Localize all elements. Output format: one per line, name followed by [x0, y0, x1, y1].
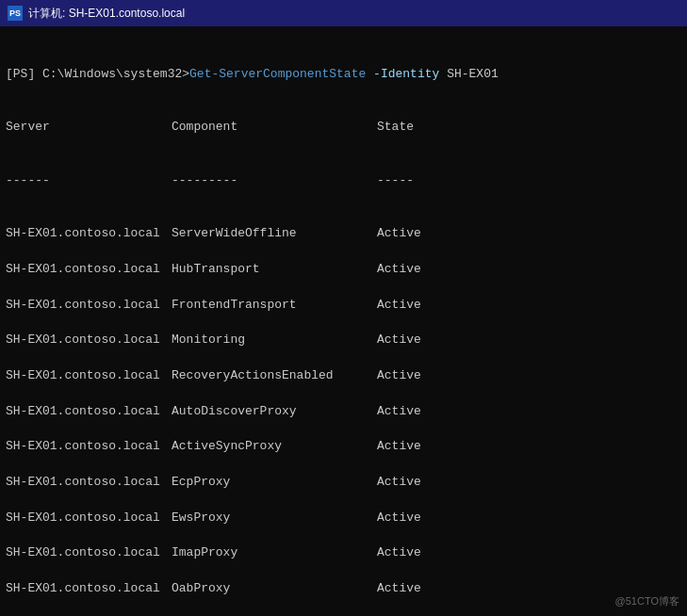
- server-cell: SH-EX01.contoso.local: [6, 510, 172, 527]
- component-cell: EcpProxy: [172, 474, 377, 492]
- state-cell: Active: [377, 332, 421, 347]
- server-cell: SH-EX01.contoso.local: [6, 367, 172, 385]
- server-cell: SH-EX01.contoso.local: [6, 225, 172, 243]
- table-body: SH-EX01.contoso.localServerWideOfflineAc…: [6, 225, 681, 616]
- state-cell: Active: [377, 511, 421, 525]
- component-cell: ServerWideOffline: [172, 225, 377, 243]
- component-cell: HubTransport: [172, 261, 377, 279]
- state-cell: Active: [377, 545, 421, 559]
- table-separator: --------------------: [6, 172, 681, 190]
- terminal-window: [PS] C:\Windows\system32>Get-ServerCompo…: [0, 26, 687, 616]
- component-cell: RecoveryActionsEnabled: [172, 367, 377, 385]
- param-text: -Identity: [373, 67, 439, 81]
- state-cell: Active: [377, 368, 421, 382]
- title-text: 计算机: SH-EX01.contoso.local: [28, 6, 185, 22]
- state-cell: Active: [377, 404, 421, 418]
- watermark: @51CTO博客: [615, 594, 679, 608]
- state-cell: Active: [377, 226, 421, 240]
- component-cell: OabProxy: [172, 580, 377, 598]
- table-row: SH-EX01.contoso.localOabProxyActive: [6, 580, 681, 598]
- title-bar: PS 计算机: SH-EX01.contoso.local: [0, 0, 687, 26]
- component-cell: AutoDiscoverProxy: [172, 403, 377, 421]
- state-cell: Active: [377, 439, 421, 453]
- table-row: SH-EX01.contoso.localEcpProxyActive: [6, 474, 681, 492]
- prompt-text: [PS] C:\Windows\system32>: [6, 67, 189, 81]
- state-cell: Active: [377, 298, 421, 312]
- state-cell: Active: [377, 581, 421, 595]
- server-cell: SH-EX01.contoso.local: [6, 332, 172, 349]
- component-cell: ImapProxy: [172, 544, 377, 562]
- table-row: SH-EX01.contoso.localRecoveryActionsEnab…: [6, 367, 681, 385]
- state-cell: Active: [377, 475, 421, 489]
- table-row: SH-EX01.contoso.localEwsProxyActive: [6, 510, 681, 527]
- server-cell: SH-EX01.contoso.local: [6, 261, 172, 279]
- server-cell: SH-EX01.contoso.local: [6, 438, 172, 456]
- powershell-icon: PS: [8, 6, 23, 21]
- table-row: SH-EX01.contoso.localMonitoringActive: [6, 332, 681, 349]
- param-value: SH-EX01: [447, 67, 499, 81]
- command-text: Get-ServerComponentState: [189, 67, 366, 81]
- server-cell: SH-EX01.contoso.local: [6, 474, 172, 492]
- component-cell: Monitoring: [172, 332, 377, 349]
- component-cell: EwsProxy: [172, 510, 377, 527]
- table-row: SH-EX01.contoso.localHubTransportActive: [6, 261, 681, 279]
- table-row: SH-EX01.contoso.localAutoDiscoverProxyAc…: [6, 403, 681, 421]
- component-cell: FrontendTransport: [172, 297, 377, 315]
- table-row: SH-EX01.contoso.localFrontendTransportAc…: [6, 297, 681, 315]
- table-row: SH-EX01.contoso.localActiveSyncProxyActi…: [6, 438, 681, 456]
- table-header: ServerComponentState: [6, 119, 681, 137]
- server-cell: SH-EX01.contoso.local: [6, 297, 172, 315]
- server-cell: SH-EX01.contoso.local: [6, 580, 172, 598]
- state-cell: Active: [377, 262, 421, 276]
- server-cell: SH-EX01.contoso.local: [6, 544, 172, 562]
- table-row: SH-EX01.contoso.localServerWideOfflineAc…: [6, 225, 681, 243]
- component-cell: ActiveSyncProxy: [172, 438, 377, 456]
- table-row: SH-EX01.contoso.localImapProxyActive: [6, 544, 681, 562]
- server-cell: SH-EX01.contoso.local: [6, 403, 172, 421]
- prompt-line: [PS] C:\Windows\system32>Get-ServerCompo…: [6, 66, 681, 84]
